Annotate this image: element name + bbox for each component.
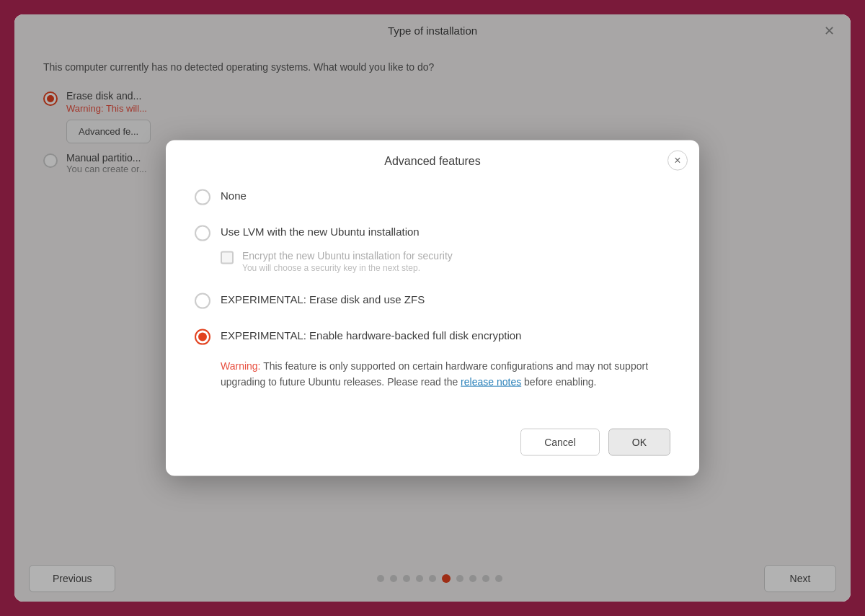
modal-option-hwenc: EXPERIMENTAL: Enable hardware-backed ful… — [195, 327, 670, 344]
warning-suffix: before enabling. — [524, 376, 596, 388]
modal-option-lvm: Use LVM with the new Ubuntu installation — [195, 223, 670, 241]
modal-radio-none[interactable] — [195, 189, 210, 205]
modal-option-lvm-label: Use LVM with the new Ubuntu installation — [221, 225, 420, 237]
modal-encrypt-checkbox-row: Encrypt the new Ubuntu installation for … — [195, 249, 670, 272]
modal-close-button[interactable]: × — [667, 150, 688, 170]
modal-option-hwenc-label: EXPERIMENTAL: Enable hardware-backed ful… — [221, 329, 521, 341]
modal-radio-hwenc[interactable] — [195, 329, 210, 344]
modal-cancel-button[interactable]: Cancel — [520, 429, 600, 456]
modal-radio-zfs[interactable] — [195, 293, 210, 308]
modal-warning-block: Warning: This feature is only supported … — [195, 357, 670, 390]
modal-option-lvm-text: Use LVM with the new Ubuntu installation — [221, 223, 670, 238]
modal-option-none: None — [195, 187, 670, 205]
modal-radio-hwenc-dot — [198, 332, 207, 341]
modal-option-none-label: None — [221, 189, 247, 201]
release-notes-link[interactable]: release notes — [461, 376, 521, 388]
advanced-features-modal: Advanced features × None Use LVM with th… — [166, 140, 699, 476]
modal-option-zfs-text: EXPERIMENTAL: Erase disk and use ZFS — [221, 291, 670, 306]
modal-option-none-text: None — [221, 187, 670, 202]
modal-title: Advanced features — [384, 154, 480, 167]
modal-radio-lvm[interactable] — [195, 225, 210, 241]
modal-encrypt-label: Encrypt the new Ubuntu installation for … — [242, 249, 670, 261]
modal-titlebar: Advanced features × — [166, 140, 699, 167]
modal-option-zfs: EXPERIMENTAL: Erase disk and use ZFS — [195, 291, 670, 308]
modal-encrypt-checkbox-text: Encrypt the new Ubuntu installation for … — [242, 249, 670, 272]
modal-option-zfs-label: EXPERIMENTAL: Erase disk and use ZFS — [221, 293, 425, 305]
modal-encrypt-checkbox[interactable] — [221, 251, 234, 264]
modal-ok-button[interactable]: OK — [608, 429, 670, 456]
warning-label: Warning: — [221, 360, 261, 371]
modal-footer: Cancel OK — [166, 417, 699, 476]
modal-encrypt-sublabel: You will choose a security key in the ne… — [242, 262, 670, 272]
modal-body: None Use LVM with the new Ubuntu install… — [166, 167, 699, 417]
modal-option-hwenc-text: EXPERIMENTAL: Enable hardware-backed ful… — [221, 327, 670, 342]
